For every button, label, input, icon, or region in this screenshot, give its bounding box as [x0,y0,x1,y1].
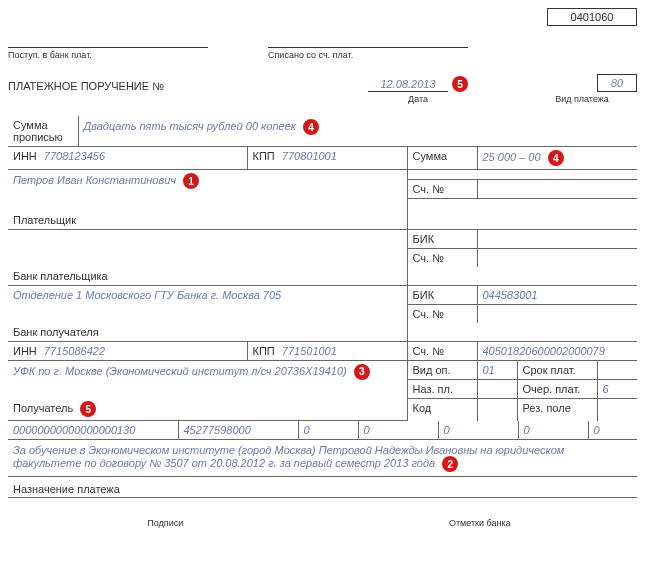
naz-pl-label: Наз. пл. [407,379,477,398]
recipient-name-value: УФК по г. Москве (Экономический институт… [13,364,347,376]
recipient-acct-value: 40501820600002000079 [483,345,605,357]
bank-out-label: Списано со сч. плат. [268,50,468,60]
recipient-bik-label: БИК [407,285,477,304]
vid-op-value: 01 [483,364,495,376]
marker-1: 1 [183,173,199,189]
payer-acct-label2: Сч. № [407,248,477,267]
bank-out-field [268,34,468,48]
code-1: 00000000000000000130 [8,421,178,440]
bank-in-field [8,34,208,48]
srok-label: Срок плат. [517,360,597,379]
marker-3: 3 [354,364,370,380]
bank-marks-label: Отметки банка [323,518,638,528]
recipient-kpp-label: КПП [253,345,275,357]
payer-bik-label: БИК [407,229,477,248]
code-5: 0 [438,421,518,440]
payer-kpp-value: 770801001 [282,150,337,162]
recipient-bank-label: Банк получателя [8,323,407,342]
marker-4b: 4 [548,150,564,166]
code-7: 0 [588,421,637,440]
payer-kpp-label: КПП [253,150,275,162]
form-code-box: 0401060 [547,8,637,26]
ocher-label: Очер. плат. [517,379,597,398]
kod-label: Код [407,398,477,421]
payer-name-value: Петров Иван Константинович [13,174,176,186]
recipient-acct-label: Сч. № [407,304,477,323]
marker-5b: 5 [80,401,96,417]
purpose-label: Назначение платежа [13,483,120,495]
signatures-label: Подписи [8,518,323,528]
recipient-kpp-value: 771501001 [282,345,337,357]
sum-words-value: Двадцать пять тысяч рублей 00 копеек [84,120,296,132]
date-value: 12.08.2013 [368,78,448,92]
code-2: 45277598000 [178,421,298,440]
payer-label: Плательщик [8,199,407,230]
code-3: 0 [298,421,358,440]
date-caption: Дата [368,94,468,104]
recipient-acct-label2: Сч. № [407,341,477,360]
sum-words-label: Сумма прописью [8,116,78,147]
recipient-bank-value: Отделение 1 Московского ГТУ Банка г. Мос… [13,289,281,301]
payer-sum-label: Сумма [407,147,477,170]
marker-4a: 4 [303,119,319,135]
payer-sum-value: 25 000 – 00 [483,151,541,163]
recipient-inn-value: 7715086422 [44,345,105,357]
payer-bank-label: Банк плательщика [8,267,407,286]
recipient-label: Получатель [13,402,73,414]
recipient-inn-label: ИНН [13,345,37,357]
recipient-bik-value: 044583001 [483,289,538,301]
marker-5a: 5 [452,76,468,92]
ocher-value: 6 [603,383,609,395]
rez-label: Рез. поле [517,398,597,421]
vid-op-label: Вид оп. [407,360,477,379]
marker-2: 2 [442,456,458,472]
purpose-text: За обучение в Экономическом институте (г… [13,444,564,469]
paytype-value: 80 [597,74,637,92]
payer-inn-label: ИНН [13,150,37,162]
code-6: 0 [518,421,588,440]
bank-in-label: Поступ. в банк плат. [8,50,208,60]
codes-row: 00000000000000000130 45277598000 0 0 0 0… [8,421,637,440]
paytype-caption: Вид платежа [527,94,637,104]
payer-inn-value: 7708123456 [44,150,105,162]
doc-title: ПЛАТЕЖНОЕ ПОРУЧЕНИЕ № [8,80,228,92]
payer-acct-label: Сч. № [407,180,477,199]
code-4: 0 [358,421,438,440]
payment-table: Сумма прописью Двадцать пять тысяч рубле… [8,116,637,421]
